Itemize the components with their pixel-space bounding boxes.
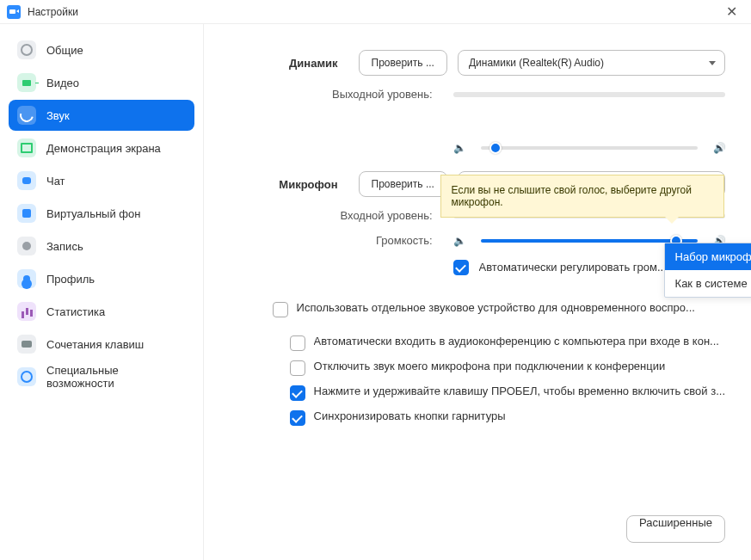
push-to-talk-row: Нажмите и удерживайте клавишу ПРОБЕЛ, чт…	[230, 385, 725, 401]
sidebar-item-chat[interactable]: Чат	[9, 165, 194, 196]
speaker-device-select[interactable]: Динамики (Realtek(R) Audio)	[458, 50, 725, 76]
sidebar-item-general[interactable]: Общие	[9, 34, 194, 65]
speaker-volume-slider-row: 🔈 🔊	[230, 142, 725, 154]
checkbox-label: Синхронизировать кнопки гарнитуры	[314, 409, 725, 422]
sidebar-item-label: Демонстрация экрана	[46, 142, 161, 155]
speaker-output-level-row: Выходной уровень:	[230, 88, 725, 101]
test-speaker-button[interactable]: Проверить ...	[359, 50, 447, 76]
speaker-volume-slider[interactable]	[481, 146, 698, 150]
sync-headset-row: Синхронизировать кнопки гарнитуры	[230, 409, 725, 426]
slider-thumb[interactable]	[489, 142, 502, 154]
sidebar-item-accessibility[interactable]: Специальные возможности	[9, 361, 194, 392]
zoom-app-icon	[7, 5, 21, 19]
auto-join-audio-row: Автоматически входить в аудиоконференцию…	[230, 335, 725, 351]
speaker-low-icon: 🔈	[453, 235, 465, 247]
advanced-button[interactable]: Расширенные	[626, 515, 725, 543]
profile-icon	[17, 269, 36, 288]
test-mic-button[interactable]: Проверить ...	[359, 171, 447, 197]
checkbox-label: Использовать отдельное звуковое устройст…	[297, 301, 725, 314]
auto-adjust-volume-checkbox[interactable]	[453, 260, 469, 275]
headphones-icon	[17, 106, 36, 125]
speaker-row: Динамик Проверить ... Динамики (Realtek(…	[230, 50, 725, 76]
hint-tooltip: Если вы не слышите свой голос, выберите …	[440, 175, 724, 218]
separate-audio-device-checkbox[interactable]	[273, 302, 288, 317]
sidebar-item-label: Специальные возможности	[46, 364, 186, 390]
titlebar: Настройки ✕	[0, 0, 751, 24]
video-icon	[17, 73, 36, 92]
auto-join-audio-checkbox[interactable]	[290, 335, 305, 351]
sidebar-item-label: Чат	[46, 175, 65, 188]
sidebar-item-label: Профиль	[46, 273, 95, 286]
mute-on-join-checkbox[interactable]	[290, 360, 305, 376]
sidebar-item-label: Сочетания клавиш	[46, 338, 144, 351]
sidebar-item-label: Видео	[46, 77, 79, 89]
accessibility-icon	[17, 367, 36, 386]
sidebar-item-profile[interactable]: Профиль	[9, 263, 194, 294]
sidebar-item-keyboard-shortcuts[interactable]: Сочетания клавиш	[9, 329, 194, 360]
sidebar-item-label: Общие	[46, 44, 83, 57]
sidebar-item-audio[interactable]: Звук	[9, 100, 194, 131]
keyboard-icon	[17, 335, 36, 354]
record-icon	[17, 237, 36, 255]
sidebar-item-virtual-bg[interactable]: Виртуальный фон	[9, 198, 194, 229]
mic-volume-row: Громкость: 🔈 🔊	[230, 234, 725, 247]
mic-auto-adjust-row: Автоматически регулировать гром...	[230, 259, 725, 275]
sidebar-item-video[interactable]: Видео	[9, 67, 194, 98]
share-screen-icon	[17, 138, 36, 157]
stats-icon	[17, 302, 36, 321]
close-icon[interactable]: ✕	[718, 3, 744, 20]
checkbox-label: Нажмите и удерживайте клавишу ПРОБЕЛ, чт…	[314, 385, 725, 397]
microphone-label: Микрофон	[230, 178, 359, 191]
output-level-meter	[453, 92, 725, 97]
settings-sidebar: Общие Видео Звук Демонстрация экрана Чат…	[0, 24, 204, 560]
sidebar-item-share-screen[interactable]: Демонстрация экрана	[9, 132, 194, 163]
sidebar-item-label: Статистика	[46, 305, 105, 318]
separate-audio-device-row: Использовать отдельное звуковое устройст…	[230, 301, 725, 317]
mic-volume-label: Громкость:	[230, 234, 453, 247]
sidebar-item-label: Запись	[46, 240, 83, 253]
mute-on-join-row: Отключить звук моего микрофона при подкл…	[230, 360, 725, 376]
speaker-low-icon: 🔈	[453, 142, 465, 154]
input-level-label: Входной уровень:	[230, 209, 453, 222]
settings-content: Динамик Проверить ... Динамики (Realtek(…	[204, 24, 751, 560]
mic-option-system[interactable]: Как в системе	[665, 270, 751, 297]
push-to-talk-checkbox[interactable]	[290, 385, 305, 401]
mic-volume-slider[interactable]	[481, 239, 698, 243]
mic-option-realtek[interactable]: Набор микрофонов (Realtek(R) Audio)	[665, 243, 751, 270]
mic-device-dropdown: Набор микрофонов (Realtek(R) Audio) Как …	[664, 243, 751, 298]
checkbox-label: Отключить звук моего микрофона при подкл…	[314, 360, 725, 372]
gear-icon	[17, 40, 36, 59]
sync-headset-checkbox[interactable]	[290, 410, 305, 426]
window-title: Настройки	[28, 6, 718, 18]
virtual-bg-icon	[17, 204, 36, 223]
checkbox-label: Автоматически входить в аудиоконференцию…	[314, 335, 725, 348]
sidebar-item-recording[interactable]: Запись	[9, 231, 194, 262]
chevron-down-icon	[709, 61, 716, 65]
sidebar-item-label: Звук	[46, 109, 70, 122]
chat-icon	[17, 171, 36, 190]
speaker-label: Динамик	[230, 57, 359, 70]
speaker-high-icon: 🔊	[713, 142, 725, 154]
sidebar-item-statistics[interactable]: Статистика	[9, 296, 194, 327]
sidebar-item-label: Виртуальный фон	[46, 207, 140, 220]
output-level-label: Выходной уровень:	[230, 88, 453, 101]
